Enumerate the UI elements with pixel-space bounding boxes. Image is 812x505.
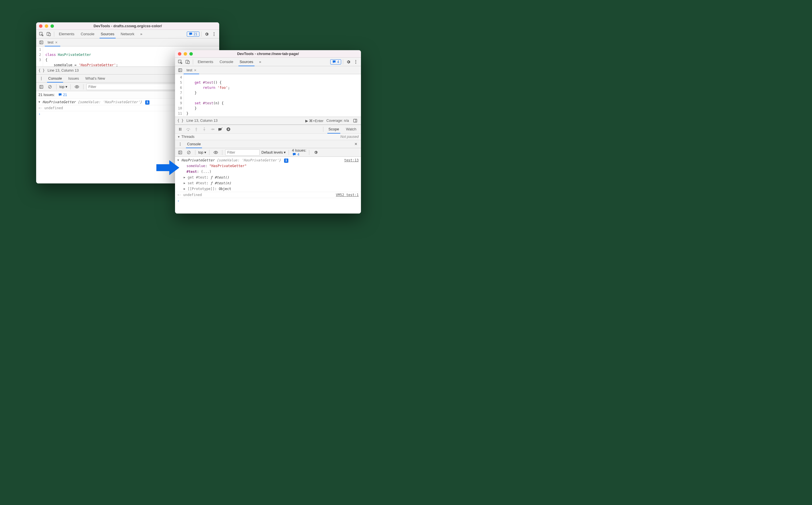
close-window-button[interactable]	[178, 52, 181, 55]
context-selector[interactable]: top ▾	[198, 150, 206, 155]
drawer-tab-issues[interactable]: Issues	[66, 74, 82, 82]
tab-elements[interactable]: Elements	[195, 57, 216, 66]
sidebar-collapse-icon[interactable]	[352, 117, 359, 124]
svg-rect-27	[179, 128, 180, 131]
drawer-tab-console[interactable]: Console	[184, 140, 204, 148]
main-tabstrip: Elements Console Sources » 4	[175, 57, 361, 66]
inspect-icon[interactable]	[177, 58, 184, 65]
tab-network[interactable]: Network	[118, 30, 137, 38]
source-link[interactable]: VM52 test:1	[336, 192, 359, 197]
pause-exceptions-icon[interactable]	[225, 126, 232, 133]
settings-icon[interactable]	[345, 58, 352, 65]
close-file-icon[interactable]: ×	[194, 68, 196, 72]
run-snippet-hint[interactable]: ▶ ⌘+Enter	[305, 119, 324, 123]
format-icon[interactable]: { }	[177, 119, 184, 123]
kebab-icon[interactable]	[38, 75, 45, 82]
svg-marker-0	[156, 160, 179, 175]
tab-sources[interactable]: Sources	[98, 30, 117, 38]
format-icon[interactable]: { }	[38, 68, 45, 72]
console-output[interactable]: ▼ HasPrivateGetter {someValue: 'HasPriva…	[175, 157, 361, 213]
device-toggle-icon[interactable]	[184, 58, 191, 65]
tabs-overflow-icon[interactable]: »	[257, 58, 264, 65]
zoom-window-button[interactable]	[189, 52, 193, 55]
watch-tab[interactable]: Watch	[343, 125, 359, 133]
drawer-tab-console[interactable]: Console	[45, 74, 65, 82]
kebab-icon[interactable]	[352, 58, 359, 65]
inspect-icon[interactable]	[38, 31, 45, 37]
live-expression-icon[interactable]	[212, 149, 219, 156]
close-file-icon[interactable]: ×	[55, 40, 57, 45]
step-over-icon[interactable]	[185, 126, 192, 133]
live-expression-icon[interactable]	[74, 83, 80, 90]
issues-badge[interactable]: 21	[187, 31, 200, 37]
info-badge-icon[interactable]: i	[145, 100, 149, 105]
debugger-toolbar: Scope Watch	[175, 125, 361, 133]
device-toggle-icon[interactable]	[45, 31, 52, 37]
settings-icon[interactable]	[203, 31, 210, 37]
clear-console-icon[interactable]	[46, 83, 53, 90]
svg-rect-23	[179, 68, 182, 72]
close-drawer-icon[interactable]: ✕	[352, 141, 359, 148]
minimize-window-button[interactable]	[184, 52, 187, 55]
svg-line-15	[49, 86, 51, 88]
svg-rect-28	[181, 128, 181, 131]
tabs-overflow-icon[interactable]: »	[138, 31, 145, 37]
info-badge-icon[interactable]: i	[284, 159, 288, 163]
navigator-toggle-icon[interactable]	[177, 67, 184, 74]
kebab-icon[interactable]	[211, 31, 218, 37]
threads-section[interactable]: ▼Threads Not paused	[175, 133, 361, 140]
svg-rect-25	[353, 119, 357, 122]
code-content: get #test() { return 'foo'; } set #test(…	[184, 74, 232, 117]
main-tabstrip: Elements Console Sources Network » 21	[36, 30, 219, 38]
minimize-window-button[interactable]	[45, 24, 48, 28]
console-filter-input[interactable]	[225, 149, 260, 156]
navigator-toggle-icon[interactable]	[38, 39, 45, 46]
console-sidebar-icon[interactable]	[177, 149, 184, 156]
deactivate-breakpoints-icon[interactable]	[217, 126, 224, 133]
log-levels-dropdown[interactable]: Default levels ▾	[261, 150, 286, 155]
coverage-status[interactable]: Coverage: n/a	[326, 119, 349, 123]
expand-icon[interactable]: ▶	[184, 175, 187, 180]
svg-rect-36	[229, 128, 229, 130]
return-indicator-icon: <·	[177, 192, 181, 197]
clear-console-icon[interactable]	[185, 149, 192, 156]
titlebar[interactable]: DevTools - chrome://new-tab-page/	[175, 50, 361, 57]
tab-console[interactable]: Console	[78, 30, 97, 38]
code-editor[interactable]: 45 67 89 1011 get #test() { return 'foo'…	[175, 74, 361, 117]
console-prompt-icon[interactable]: ›	[38, 112, 40, 117]
tab-elements[interactable]: Elements	[56, 30, 77, 38]
step-into-icon[interactable]	[193, 126, 200, 133]
console-sidebar-icon[interactable]	[38, 83, 45, 90]
context-selector[interactable]: top ▾	[60, 85, 68, 89]
drawer-tab-whatsnew[interactable]: What's New	[82, 74, 108, 82]
zoom-window-button[interactable]	[50, 24, 54, 28]
expand-icon[interactable]: ▼	[38, 100, 41, 105]
expand-icon[interactable]: ▶	[184, 181, 187, 186]
svg-point-5	[214, 33, 215, 34]
file-tab-test[interactable]: test ×	[184, 66, 199, 74]
line-gutter: 1 2 3	[36, 46, 43, 66]
close-window-button[interactable]	[39, 24, 42, 28]
console-settings-icon[interactable]	[312, 149, 319, 156]
console-prompt-icon[interactable]: ›	[177, 198, 179, 203]
svg-point-11	[41, 79, 41, 80]
tab-console[interactable]: Console	[217, 57, 236, 66]
svg-point-9	[41, 77, 41, 77]
svg-line-43	[188, 151, 190, 153]
source-link[interactable]: test:13	[344, 158, 359, 163]
file-tabstrip: test ×	[175, 66, 361, 74]
file-tab-test[interactable]: test ×	[45, 38, 60, 46]
kebab-icon[interactable]	[177, 141, 184, 148]
expand-icon[interactable]: ▶	[184, 186, 187, 191]
svg-point-6	[214, 35, 215, 36]
pause-icon[interactable]	[177, 126, 184, 133]
window-title: DevTools - chrome://new-tab-page/	[175, 51, 361, 56]
step-out-icon[interactable]	[201, 126, 208, 133]
cursor-position: Line 13, Column 13	[187, 119, 218, 123]
scope-tab[interactable]: Scope	[326, 125, 342, 133]
step-icon[interactable]	[209, 126, 216, 133]
titlebar[interactable]: DevTools - drafts.csswg.org/css-color/	[36, 22, 219, 30]
issues-link[interactable]: 4 Issues: 4	[292, 149, 306, 157]
issues-badge[interactable]: 4	[330, 59, 341, 64]
tab-sources[interactable]: Sources	[237, 57, 256, 66]
